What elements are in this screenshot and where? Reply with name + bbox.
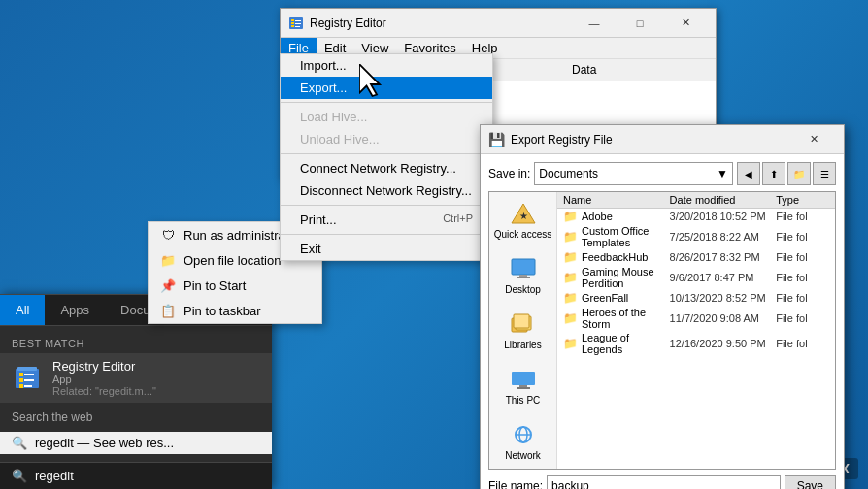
search-web-label: Search the web (0, 403, 272, 432)
search-icon: 🔍 (12, 469, 27, 483)
libraries-icon (507, 310, 538, 338)
registry-titlebar: Registry Editor — □ ✕ (281, 9, 716, 38)
search-web-item[interactable]: 🔍 regedit — See web res... (0, 432, 272, 454)
tab-apps[interactable]: Apps (45, 295, 105, 325)
disconnect-network-label: Disconnect Network Registry... (300, 183, 472, 198)
file-date: 3/20/2018 10:52 PM (670, 211, 777, 222)
desktop-icon (508, 255, 539, 282)
svg-rect-10 (295, 20, 301, 21)
registry-result-item[interactable]: Registry Editor App Related: "regedit.m.… (0, 353, 272, 403)
window-controls: — □ ✕ (572, 10, 708, 37)
ctx-pin-start-label: Pin to Start (184, 278, 246, 293)
list-item[interactable]: 📁FeedbackHub 8/26/2017 8:32 PM File fol (557, 249, 835, 265)
col-header-date: Date modified (670, 194, 777, 206)
menu-connect-network[interactable]: Connect Network Registry... (281, 157, 492, 179)
menu-import[interactable]: Import... (281, 54, 492, 77)
list-item[interactable]: 📁Adobe 3/20/2018 10:52 PM File fol (557, 209, 835, 224)
export-title-icon: 💾 (488, 132, 505, 147)
svg-rect-11 (291, 22, 294, 24)
network-item[interactable]: Network (501, 419, 545, 463)
svg-rect-13 (291, 25, 294, 27)
svg-rect-1 (17, 367, 37, 371)
view-btn[interactable]: ☰ (813, 162, 836, 185)
nav-back-btn[interactable]: ◀ (737, 162, 760, 185)
svg-rect-6 (19, 384, 23, 388)
svg-rect-4 (19, 378, 23, 382)
nav-up-btn[interactable]: ⬆ (762, 162, 785, 185)
taskbar-icon: 📋 (160, 303, 176, 318)
libraries-item[interactable]: Libraries (500, 309, 545, 352)
file-dropdown-menu: Import... Export... Load Hive... Unload … (280, 53, 493, 261)
file-name: Heroes of the Storm (582, 307, 670, 330)
file-name: Might & Magic Heroes VI (582, 357, 670, 359)
quick-access-item[interactable]: ★ Quick access (490, 198, 555, 242)
save-in-label: Save in: (488, 167, 530, 180)
file-list-container: 📁Adobe 3/20/2018 10:52 PM File fol 📁Cust… (557, 209, 835, 359)
list-item[interactable]: 📁Gaming Mouse Perdition 9/6/2017 8:47 PM… (557, 265, 835, 290)
menu-disconnect-network[interactable]: Disconnect Network Registry... (281, 179, 492, 202)
file-name: GreenFall (582, 292, 628, 304)
right-pane: Name Date modified Type 📁Adobe 3/20/2018… (557, 192, 835, 469)
svg-rect-12 (295, 23, 301, 24)
minimize-button[interactable]: — (572, 10, 617, 37)
file-name: Adobe (582, 211, 613, 222)
list-item[interactable]: 📁League of Legends 12/16/2020 9:50 PM Fi… (557, 331, 835, 356)
export-close-btn[interactable]: ✕ (791, 126, 836, 153)
separator-1 (281, 102, 492, 103)
desktop-item[interactable]: Desktop (501, 253, 545, 297)
file-name: FeedbackHub (582, 251, 649, 263)
separator-4 (281, 234, 492, 235)
tab-all[interactable]: All (0, 295, 45, 325)
file-name: Gaming Mouse Perdition (582, 266, 670, 289)
export-body: Save in: Documents ▼ ◀ ⬆ 📁 ☰ ★ (481, 154, 844, 489)
filename-input[interactable] (547, 475, 781, 489)
list-item[interactable]: 📁Heroes of the Storm 11/7/2020 9:08 AM F… (557, 306, 835, 331)
col-header-name: Name (563, 194, 670, 206)
list-item[interactable]: 📁Might & Magic Heroes VI 6/27/2020 12:23… (557, 356, 835, 359)
svg-rect-24 (519, 385, 527, 387)
file-name: League of Legends (582, 332, 670, 355)
start-search-input[interactable] (35, 469, 260, 483)
maximize-button[interactable]: □ (618, 10, 662, 37)
ctx-pin-taskbar-label: Pin to taskbar (184, 304, 261, 318)
ctx-pin-start[interactable]: 📌 Pin to Start (149, 273, 321, 298)
connect-network-label: Connect Network Registry... (300, 161, 456, 176)
file-type: File fol (776, 312, 829, 324)
print-shortcut: Ctrl+P (443, 212, 473, 227)
new-folder-btn[interactable]: 📁 (787, 162, 811, 185)
col-data: Data (568, 61, 708, 79)
menu-exit[interactable]: Exit (281, 238, 492, 260)
svg-rect-7 (24, 385, 32, 387)
menu-unload-hive: Unload Hive... (281, 128, 492, 150)
menu-print[interactable]: Print... Ctrl+P (281, 209, 492, 231)
ctx-pin-taskbar[interactable]: 📋 Pin to taskbar (149, 298, 321, 323)
toolbar-icons: ◀ ⬆ 📁 ☰ (737, 162, 836, 185)
svg-rect-23 (512, 372, 535, 385)
dropdown-arrow-icon: ▼ (717, 167, 728, 180)
save-button[interactable]: Save (785, 475, 836, 489)
quick-access-icon: ★ (508, 200, 539, 227)
file-list-scroll[interactable]: 📁Adobe 3/20/2018 10:52 PM File fol 📁Cust… (557, 209, 835, 359)
close-button[interactable]: ✕ (663, 10, 708, 37)
start-content: Best match Registry Editor App Related: … (0, 326, 272, 462)
svg-rect-25 (517, 387, 530, 389)
export-titlebar: 💾 Export Registry File ✕ (481, 125, 844, 154)
file-type: File fol (776, 338, 829, 349)
export-title-text: Export Registry File (511, 133, 791, 147)
import-label: Import... (300, 58, 347, 73)
folder-icon: 📁 (563, 250, 578, 264)
file-type: File fol (776, 251, 829, 263)
separator-2 (281, 153, 492, 154)
list-item[interactable]: 📁Custom Office Templates 7/25/2018 8:22 … (557, 224, 835, 249)
file-date: 12/16/2020 9:50 PM (670, 338, 777, 349)
list-item[interactable]: 📁GreenFall 10/13/2020 8:52 PM File fol (557, 290, 835, 306)
this-pc-item[interactable]: This PC (502, 364, 545, 408)
pin-icon: 📌 (160, 277, 176, 293)
file-type: File fol (776, 272, 829, 283)
registry-title: Registry Editor (310, 16, 572, 30)
separator-3 (281, 205, 492, 206)
left-pane: ★ Quick access Desktop (489, 192, 557, 469)
menu-export[interactable]: Export... (281, 77, 492, 99)
svg-text:★: ★ (518, 211, 527, 221)
save-in-dropdown[interactable]: Documents ▼ (534, 162, 733, 185)
